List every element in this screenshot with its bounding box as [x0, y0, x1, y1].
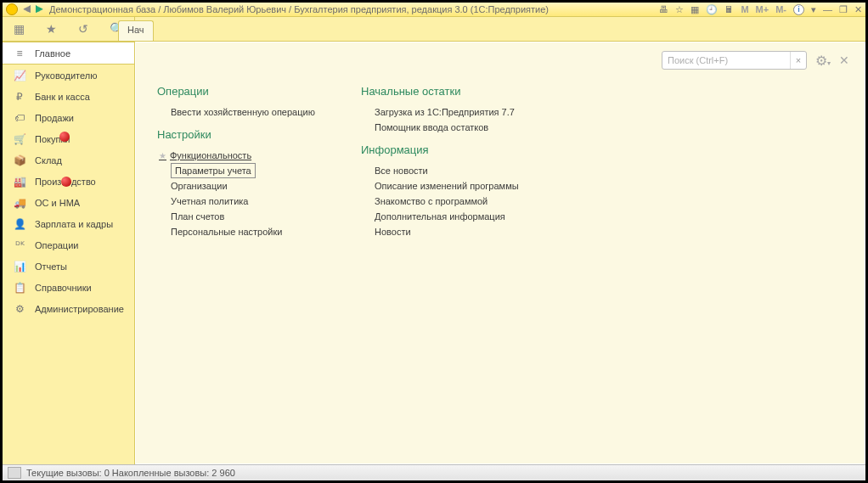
- toolbar-icon[interactable]: 🖶: [659, 4, 668, 14]
- main-content: × ⚙▾ ✕ Операции Ввести хозяйственную опе…: [135, 42, 865, 464]
- menu-item[interactable]: Помощник ввода остатков: [361, 120, 548, 135]
- main-area: Нач × ⚙▾ ✕ Операции Ввести хозяйственную…: [135, 17, 865, 464]
- menu-item[interactable]: Описание изменений программы: [361, 178, 548, 194]
- sidebar-item-label: Банк и касса: [35, 92, 90, 102]
- sidebar-item-Продажи[interactable]: 🏷Продажи: [3, 107, 134, 128]
- menu-item[interactable]: Все новости: [361, 163, 548, 178]
- sidebar-item-icon: 🛒: [13, 133, 26, 145]
- sidebar-item-label: Операции: [35, 240, 78, 250]
- sidebar-item-label: Продажи: [35, 113, 74, 123]
- window-titlebar: ⯇ ⯈ Демонстрационная база / Любимов Вале…: [3, 3, 865, 17]
- menu-item-accounting-params[interactable]: Параметры учета: [171, 163, 256, 178]
- menu-item[interactable]: Учетная политика: [157, 194, 327, 209]
- minimize-button[interactable]: —: [823, 4, 832, 14]
- sidebar-item-icon: 📋: [13, 282, 26, 294]
- sidebar: ▦ ★ ↺ 🔍 ≡Главное📈Руководителю₽Банк и кас…: [3, 17, 135, 464]
- menu-item[interactable]: Ввести хозяйственную операцию: [157, 104, 327, 120]
- section-settings: Настройки: [157, 128, 327, 141]
- settings-icon[interactable]: ⚙▾: [815, 53, 831, 69]
- sidebar-item-Банк и касса[interactable]: ₽Банк и касса: [3, 86, 134, 107]
- menu-item[interactable]: План счетов: [157, 209, 327, 224]
- sidebar-item-label: ОС и НМА: [35, 198, 80, 208]
- toolbar-icon[interactable]: ☆: [675, 4, 684, 15]
- app-icon: [6, 3, 18, 15]
- toolbar-icon[interactable]: 🖩: [724, 4, 734, 14]
- sidebar-item-icon: ₽: [13, 91, 26, 103]
- menu-item[interactable]: Персональные настройки: [157, 224, 327, 239]
- favorites-icon[interactable]: ★: [46, 22, 57, 36]
- nav-fwd-icon[interactable]: ⯈: [35, 4, 44, 14]
- sidebar-item-Справочники[interactable]: 📋Справочники: [3, 277, 134, 298]
- toolbar-icon[interactable]: 🕘: [706, 4, 718, 15]
- tab-strip: Нач: [135, 17, 865, 42]
- dropdown-icon[interactable]: ▾: [811, 4, 816, 15]
- sidebar-item-Склад[interactable]: 📦Склад: [3, 149, 134, 171]
- sidebar-item-label: Справочники: [35, 283, 92, 293]
- menu-item-functionality[interactable]: ★Функциональность: [157, 148, 327, 163]
- sidebar-item-icon: ≡: [13, 48, 26, 59]
- section-operations: Операции: [157, 85, 327, 98]
- sidebar-item-Отчеты[interactable]: 📊Отчеты: [3, 256, 134, 277]
- annotation-dot: [59, 132, 70, 142]
- history-icon[interactable]: ↺: [78, 22, 88, 36]
- sidebar-item-ОС и НМА[interactable]: 🚚ОС и НМА: [3, 192, 134, 213]
- info-icon[interactable]: i: [793, 4, 804, 15]
- sidebar-item-label: Администрирование: [35, 304, 124, 314]
- close-button[interactable]: ✕: [854, 4, 862, 15]
- sidebar-item-label: Склад: [35, 155, 62, 166]
- sidebar-top-controls: ▦ ★ ↺ 🔍: [3, 17, 134, 42]
- section-information: Информация: [361, 143, 548, 156]
- sidebar-item-Зарплата и кадры[interactable]: 👤Зарплата и кадры: [3, 213, 134, 234]
- sidebar-item-label: Руководителю: [35, 70, 97, 81]
- sidebar-item-label: Зарплата и кадры: [35, 219, 113, 229]
- star-icon: ★: [159, 151, 166, 160]
- toolbar-icon[interactable]: ▦: [690, 4, 699, 15]
- sidebar-item-Главное[interactable]: ≡Главное: [3, 42, 134, 65]
- menu-item[interactable]: Новости: [361, 224, 548, 239]
- sidebar-item-Руководителю[interactable]: 📈Руководителю: [3, 65, 134, 86]
- sections-menu-icon[interactable]: ▦: [14, 22, 25, 36]
- menu-item[interactable]: Знакомство с программой: [361, 194, 548, 209]
- search-box[interactable]: ×: [662, 51, 807, 70]
- close-panel-icon[interactable]: ✕: [839, 53, 849, 67]
- sidebar-item-Администрирование[interactable]: ⚙Администрирование: [3, 298, 134, 319]
- sidebar-item-icon: 👤: [13, 218, 26, 230]
- status-text: Текущие вызовы: 0 Накопленные вызовы: 2 …: [26, 468, 235, 478]
- m-button[interactable]: M: [741, 4, 748, 14]
- status-bar: Текущие вызовы: 0 Накопленные вызовы: 2 …: [3, 464, 865, 480]
- menu-item[interactable]: Загрузка из 1С:Предприятия 7.7: [361, 104, 548, 120]
- section-opening-balances: Начальные остатки: [361, 85, 548, 98]
- sidebar-item-icon: 📈: [13, 70, 26, 81]
- sidebar-item-icon: ᴰᴷ: [13, 239, 26, 251]
- menu-item[interactable]: Организации: [157, 178, 327, 194]
- sidebar-item-icon: 📊: [13, 261, 26, 272]
- maximize-button[interactable]: ❐: [839, 4, 848, 15]
- sidebar-item-icon: 🏭: [13, 176, 26, 188]
- nav-arrows[interactable]: ⯇ ⯈: [23, 4, 44, 14]
- status-icon: [8, 467, 21, 479]
- menu-item[interactable]: Дополнительная информация: [361, 209, 548, 224]
- sidebar-item-icon: ⚙: [13, 303, 26, 315]
- search-input[interactable]: [662, 55, 790, 65]
- sidebar-item-icon: 🏷: [13, 112, 26, 124]
- sidebar-item-label: Главное: [35, 48, 70, 59]
- annotation-dot: [61, 177, 71, 187]
- sidebar-item-label: Отчеты: [35, 261, 67, 272]
- sidebar-item-Операции[interactable]: ᴰᴷОперации: [3, 234, 134, 256]
- nav-back-icon[interactable]: ⯇: [23, 4, 32, 14]
- sidebar-item-icon: 🚚: [13, 197, 26, 209]
- m-plus-button[interactable]: M+: [756, 4, 769, 14]
- m-minus-button[interactable]: M-: [775, 4, 786, 14]
- clear-search-icon[interactable]: ×: [790, 52, 806, 69]
- sidebar-item-icon: 📦: [13, 154, 26, 166]
- window-title: Демонстрационная база / Любимов Валерий …: [49, 4, 659, 14]
- tab-start[interactable]: Нач: [118, 20, 154, 41]
